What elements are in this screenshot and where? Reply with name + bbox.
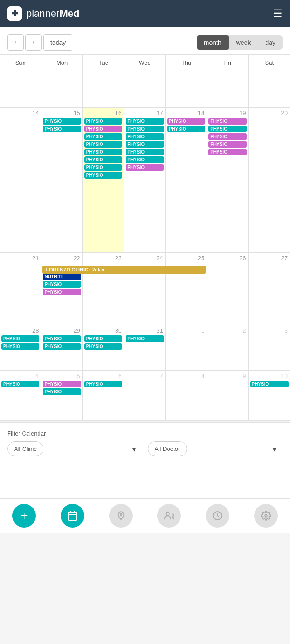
cal-cell-5: 5 PHYSIO PHYSIO <box>41 371 82 420</box>
cal-cell-3: 3 <box>249 325 290 370</box>
event[interactable]: PHYSIO <box>167 126 205 132</box>
logo-icon: ✚ <box>7 6 22 21</box>
doctor-select[interactable]: All Doctor <box>148 441 187 456</box>
event[interactable]: PHYSIO <box>84 118 122 125</box>
cal-cell-4: 4 PHYSIO <box>0 371 41 420</box>
calendar-day-headers: Sun Mon Tue Wed Thu Fri Sat <box>0 55 290 71</box>
calendar: Sun Mon Tue Wed Thu Fri Sat 14 15 PHYSIO <box>0 54 290 421</box>
event[interactable]: PHYSIO <box>84 164 122 171</box>
view-switcher: month week day <box>197 35 283 50</box>
event[interactable]: PHYSIO <box>84 156 122 163</box>
location-button[interactable] <box>109 504 133 528</box>
cal-cell-28: 28 PHYSIO PHYSIO <box>0 325 41 370</box>
clinic-select[interactable]: All Clinic <box>7 441 44 456</box>
filter-section: Filter Calendar All Clinic All Doctor <box>0 422 290 462</box>
header-fri: Fri <box>207 55 248 71</box>
event[interactable]: PHYSIO <box>1 381 39 387</box>
event[interactable]: PHYSIO <box>84 133 122 140</box>
event[interactable]: PHYSIO <box>1 335 39 342</box>
event[interactable]: PHYSIO <box>43 343 81 350</box>
header-thu: Thu <box>166 55 207 71</box>
clock-button[interactable] <box>206 504 229 528</box>
event[interactable]: PHYSIO <box>208 126 246 132</box>
view-week-button[interactable]: week <box>229 35 258 50</box>
logo-text: plannerMed <box>26 8 79 19</box>
calendar-body: 14 15 PHYSIO PHYSIO 16 PHYSIO PHYSIO PHY… <box>0 71 290 421</box>
event[interactable]: PHYSIO <box>126 141 164 148</box>
event[interactable]: PHYSIO <box>43 281 81 288</box>
event[interactable]: PHYSIO <box>1 343 39 350</box>
event[interactable]: PHYSIO <box>84 343 122 350</box>
today-button[interactable]: today <box>44 34 72 51</box>
event[interactable]: PHYSIO <box>208 141 246 148</box>
settings-button[interactable] <box>254 504 278 528</box>
cal-cell-10: 10 PHYSIO <box>249 371 290 420</box>
event[interactable]: PHYSIO <box>43 335 81 342</box>
cal-cell-23: 23 <box>83 253 124 325</box>
cal-cell-6: 6 PHYSIO <box>83 371 124 420</box>
event[interactable]: PHYSIO <box>208 133 246 140</box>
cal-cell-18: 18 PHYSIO PHYSIO <box>166 108 207 252</box>
event[interactable]: PHYSIO <box>84 149 122 155</box>
view-month-button[interactable]: month <box>197 35 229 50</box>
event[interactable]: NUTRITI <box>43 273 81 280</box>
cal-cell <box>207 71 248 107</box>
calendar-button[interactable] <box>61 504 84 528</box>
cal-cell-31: 31 PHYSIO <box>124 325 165 370</box>
event[interactable]: PHYSIO <box>84 141 122 148</box>
event[interactable]: PHYSIO <box>43 388 81 395</box>
header-sun: Sun <box>0 55 41 71</box>
cal-week-3: LORENZO CLINIC: Relax 21 22 NUTRITI PHYS… <box>0 253 290 325</box>
next-button[interactable]: › <box>25 34 42 51</box>
app-header: ✚ plannerMed ☰ <box>0 0 290 27</box>
cal-cell-8: 8 <box>166 371 207 420</box>
event[interactable]: PHYSIO <box>208 118 246 125</box>
view-day-button[interactable]: day <box>258 35 283 50</box>
prev-button[interactable]: ‹ <box>7 34 24 51</box>
cal-cell-9: 9 <box>207 371 248 420</box>
event[interactable]: PHYSIO <box>126 335 164 342</box>
header-sat: Sat <box>249 55 290 71</box>
cal-cell-24: 24 <box>124 253 165 325</box>
event[interactable]: PHYSIO <box>126 118 164 125</box>
cal-cell-2: 2 <box>207 325 248 370</box>
event[interactable]: PHYSIO <box>43 289 81 295</box>
cal-cell-26: 26 <box>207 253 248 325</box>
patients-button[interactable] <box>157 504 181 528</box>
event[interactable]: PHYSIO <box>208 149 246 155</box>
calendar-toolbar: ‹ › today month week day <box>0 27 290 54</box>
bottom-spacer <box>0 462 290 498</box>
menu-button[interactable]: ☰ <box>273 7 283 20</box>
event[interactable]: PHYSIO <box>84 126 122 132</box>
event[interactable]: PHYSIO <box>43 381 81 387</box>
cal-cell-15: 15 PHYSIO PHYSIO <box>41 108 82 252</box>
event[interactable]: PHYSIO <box>84 381 122 387</box>
event[interactable]: PHYSIO <box>126 156 164 163</box>
event[interactable]: PHYSIO <box>167 118 205 125</box>
cal-cell <box>249 71 290 107</box>
cal-cell-21: 21 <box>0 253 41 325</box>
event[interactable]: PHYSIO <box>84 335 122 342</box>
event[interactable]: PHYSIO <box>43 118 81 125</box>
cal-cell-16: 16 PHYSIO PHYSIO PHYSIO PHYSIO PHYSIO PH… <box>83 108 124 252</box>
event[interactable]: PHYSIO <box>126 164 164 171</box>
event[interactable]: PHYSIO <box>126 133 164 140</box>
event[interactable]: PHYSIO <box>43 126 81 132</box>
cal-cell-19: 19 PHYSIO PHYSIO PHYSIO PHYSIO PHYSIO <box>207 108 248 252</box>
multiday-event-lorenzo[interactable]: LORENZO CLINIC: Relax <box>42 266 206 274</box>
event[interactable]: PHYSIO <box>126 126 164 132</box>
header-wed: Wed <box>124 55 165 71</box>
cal-cell <box>0 71 41 107</box>
add-button[interactable]: + <box>12 504 36 528</box>
cal-cell-7: 7 <box>124 371 165 420</box>
filter-label: Filter Calendar <box>7 430 283 437</box>
event[interactable]: PHYSIO <box>84 172 122 179</box>
cal-cell <box>41 71 82 107</box>
cal-cell-14: 14 <box>0 108 41 252</box>
cal-cell-22: 22 NUTRITI PHYSIO PHYSIO <box>41 253 82 325</box>
svg-point-5 <box>166 512 169 515</box>
event[interactable]: PHYSIO <box>250 381 289 387</box>
cal-cell-1: 1 <box>166 325 207 370</box>
cal-week-4: 28 PHYSIO PHYSIO 29 PHYSIO PHYSIO 30 PHY… <box>0 325 290 371</box>
event[interactable]: PHYSIO <box>126 149 164 155</box>
